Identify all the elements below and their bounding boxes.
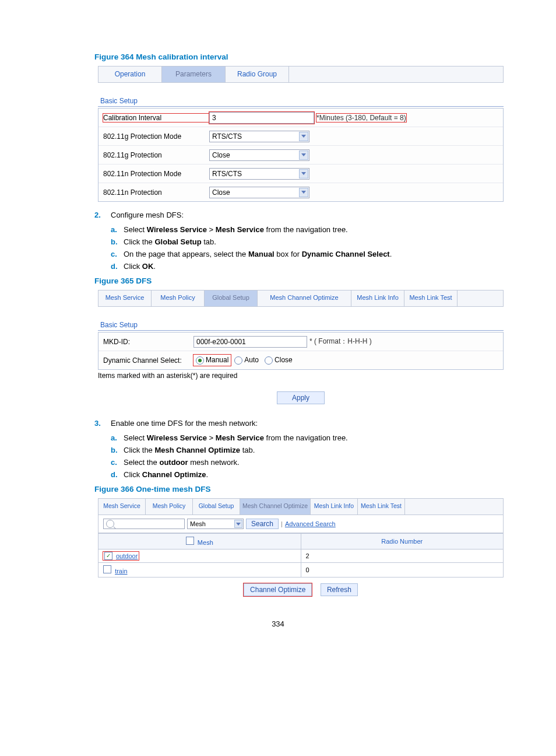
tab-mesh-link-test[interactable]: Mesh Link Test — [404, 290, 458, 306]
tab-mesh-policy[interactable]: Mesh Policy — [152, 290, 205, 306]
step3c-letter: c. — [111, 458, 124, 467]
tab-mesh-link-test[interactable]: Mesh Link Test — [358, 498, 405, 514]
tab-mesh-channel-optimize[interactable]: Mesh Channel Optimize — [258, 290, 351, 306]
row-calibration: Calibration Interval *Minutes (3-180, De… — [98, 108, 503, 127]
11g-mode-select[interactable]: RTS/CTS — [209, 131, 309, 142]
step-2-num: 2. — [94, 211, 111, 219]
required-note: Items marked with an asterisk(*) are req… — [98, 372, 504, 380]
advanced-search-link[interactable]: Advanced Search — [285, 520, 336, 527]
step2a-letter: a. — [111, 225, 124, 234]
tab-mesh-service[interactable]: Mesh Service — [98, 498, 146, 514]
figure-365-title: Figure 365 DFS — [94, 276, 504, 285]
mesh-table: Mesh Radio Number outdoor 2 train 0 — [98, 533, 504, 578]
step3b-text: Click the Mesh Channel Optimize tab. — [124, 446, 504, 454]
row2-checkbox[interactable] — [103, 565, 111, 573]
calibration-input[interactable] — [209, 112, 314, 124]
step-3-num: 3. — [94, 419, 111, 428]
apply-button[interactable]: Apply — [277, 391, 325, 404]
chevron-down-icon — [299, 169, 308, 178]
section-divider — [98, 330, 504, 331]
dcs-radio-auto[interactable] — [234, 356, 242, 365]
search-field-select[interactable]: Mesh — [187, 519, 244, 529]
tab-mesh-policy[interactable]: Mesh Policy — [146, 498, 193, 514]
11n-prot-value: Close — [210, 188, 298, 197]
mkd-id-label: MKD-ID: — [103, 338, 193, 346]
calibration-label: Calibration Interval — [103, 114, 209, 122]
11g-prot-label: 802.11g Protection — [103, 151, 209, 159]
figure-366-screenshot: Mesh Service Mesh Policy Global Setup Me… — [98, 498, 504, 596]
tabbar-rest — [289, 66, 504, 82]
step-3-text: Enable one time DFS for the mesh network… — [111, 419, 504, 428]
step2d-text: Click OK. — [124, 262, 504, 271]
search-icon — [106, 520, 114, 528]
mkd-id-input[interactable] — [193, 336, 307, 348]
step-3-block: 3. Enable one time DFS for the mesh netw… — [94, 419, 504, 479]
row2-radio: 0 — [301, 563, 504, 578]
tabbar-rest — [405, 498, 504, 514]
chevron-down-icon — [299, 150, 308, 160]
row-11n-mode: 802.11n Protection Mode RTS/CTS — [98, 164, 503, 183]
select-all-checkbox[interactable] — [186, 537, 194, 545]
11n-mode-select[interactable]: RTS/CTS — [209, 168, 309, 180]
step-2-block: 2. Configure mesh DFS: a. Select Wireles… — [94, 211, 504, 271]
tab-parameters[interactable]: Parameters — [162, 66, 226, 82]
table-row: outdoor 2 — [98, 550, 504, 563]
tab-mesh-service[interactable]: Mesh Service — [98, 290, 152, 306]
11g-prot-select[interactable]: Close — [209, 149, 309, 161]
basic-setup-label: Basic Setup — [100, 321, 504, 329]
refresh-button[interactable]: Refresh — [321, 583, 358, 596]
step3b-letter: b. — [111, 446, 124, 454]
row1-radio: 2 — [301, 550, 504, 563]
chevron-down-icon — [299, 132, 308, 141]
tab-global-setup[interactable]: Global Setup — [193, 498, 240, 514]
step-2-text: Configure mesh DFS: — [111, 211, 504, 219]
tab-global-setup[interactable]: Global Setup — [205, 290, 258, 306]
row-11g-prot: 802.11g Protection Close — [98, 145, 503, 164]
11n-prot-select[interactable]: Close — [209, 187, 309, 198]
row1-name[interactable]: outdoor — [116, 552, 138, 559]
row-dcs: Dynamic Channel Select: Manual Auto Clos… — [98, 351, 503, 369]
fig365-panel: MKD-ID: * ( Format：H-H-H ) Dynamic Chann… — [98, 332, 504, 370]
page-number: 334 — [52, 620, 504, 628]
row-mkd-id: MKD-ID: * ( Format：H-H-H ) — [98, 332, 503, 351]
th-mesh: Mesh — [198, 539, 213, 546]
search-bar: Mesh Search | Advanced Search — [98, 515, 504, 533]
11g-mode-value: RTS/CTS — [210, 132, 298, 141]
fig365-tabbar: Mesh Service Mesh Policy Global Setup Me… — [98, 290, 504, 307]
search-button[interactable]: Search — [246, 519, 279, 529]
tab-operation[interactable]: Operation — [98, 66, 162, 82]
fig366-tabbar: Mesh Service Mesh Policy Global Setup Me… — [98, 498, 504, 515]
step2c-letter: c. — [111, 250, 124, 258]
channel-optimize-button[interactable]: Channel Optimize — [244, 583, 312, 596]
tab-mesh-link-info[interactable]: Mesh Link Info — [351, 290, 404, 306]
tabbar-rest — [458, 290, 504, 306]
section-divider — [98, 106, 504, 107]
chevron-down-icon — [234, 520, 242, 528]
tab-radio-group[interactable]: Radio Group — [226, 66, 289, 82]
tab-mesh-channel-optimize[interactable]: Mesh Channel Optimize — [240, 498, 311, 514]
figure-365-screenshot: Mesh Service Mesh Policy Global Setup Me… — [98, 290, 504, 410]
11n-mode-label: 802.11n Protection Mode — [103, 170, 209, 178]
basic-setup-label: Basic Setup — [100, 97, 504, 105]
step2a-text: Select Wireless Service > Mesh Service f… — [124, 225, 504, 234]
tab-mesh-link-info[interactable]: Mesh Link Info — [311, 498, 358, 514]
row-11n-prot: 802.11n Protection Close — [98, 183, 503, 201]
fig364-tabbar: Operation Parameters Radio Group — [98, 66, 504, 83]
row-11g-mode: 802.11g Protection Mode RTS/CTS — [98, 127, 503, 145]
row2-name[interactable]: train — [115, 568, 127, 575]
table-row: train 0 — [98, 563, 504, 578]
11g-prot-value: Close — [210, 151, 298, 159]
figure-364-screenshot: Operation Parameters Radio Group Basic S… — [98, 66, 504, 202]
dcs-radio-group: Manual — [193, 355, 231, 366]
calibration-hint: *Minutes (3-180, Default = 8) — [316, 114, 406, 122]
dcs-radio-close[interactable] — [265, 356, 273, 365]
dcs-opt-auto: Auto — [244, 356, 259, 364]
row1-checkbox[interactable] — [104, 552, 112, 560]
dcs-radio-manual[interactable] — [196, 356, 204, 365]
step3a-text: Select Wireless Service > Mesh Service f… — [124, 433, 504, 442]
fig364-panel: Calibration Interval *Minutes (3-180, De… — [98, 108, 504, 202]
search-input[interactable] — [103, 519, 185, 529]
chevron-down-icon — [299, 188, 308, 197]
step3d-text: Click Channel Optimize. — [124, 470, 504, 479]
step2d-letter: d. — [111, 262, 124, 271]
